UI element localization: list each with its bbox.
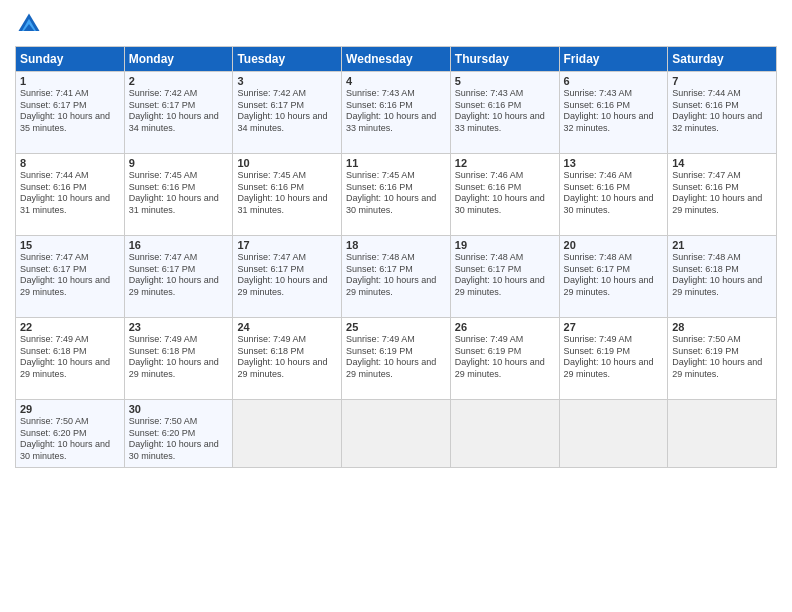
cell-info: Sunrise: 7:49 AM Sunset: 6:18 PM Dayligh… (20, 334, 120, 381)
calendar-cell: 25Sunrise: 7:49 AM Sunset: 6:19 PM Dayli… (342, 318, 451, 400)
cell-info: Sunrise: 7:48 AM Sunset: 6:18 PM Dayligh… (672, 252, 772, 299)
cell-info: Sunrise: 7:47 AM Sunset: 6:16 PM Dayligh… (672, 170, 772, 217)
header-wednesday: Wednesday (342, 47, 451, 72)
calendar-table: SundayMondayTuesdayWednesdayThursdayFrid… (15, 46, 777, 468)
week-row-4: 22Sunrise: 7:49 AM Sunset: 6:18 PM Dayli… (16, 318, 777, 400)
day-number: 23 (129, 321, 229, 333)
day-number: 12 (455, 157, 555, 169)
cell-info: Sunrise: 7:45 AM Sunset: 6:16 PM Dayligh… (129, 170, 229, 217)
cell-info: Sunrise: 7:45 AM Sunset: 6:16 PM Dayligh… (237, 170, 337, 217)
calendar-cell: 14Sunrise: 7:47 AM Sunset: 6:16 PM Dayli… (668, 154, 777, 236)
calendar-cell: 28Sunrise: 7:50 AM Sunset: 6:19 PM Dayli… (668, 318, 777, 400)
header-sunday: Sunday (16, 47, 125, 72)
calendar-cell: 9Sunrise: 7:45 AM Sunset: 6:16 PM Daylig… (124, 154, 233, 236)
cell-info: Sunrise: 7:48 AM Sunset: 6:17 PM Dayligh… (455, 252, 555, 299)
calendar-cell: 29Sunrise: 7:50 AM Sunset: 6:20 PM Dayli… (16, 400, 125, 468)
calendar-cell (342, 400, 451, 468)
day-number: 20 (564, 239, 664, 251)
cell-info: Sunrise: 7:49 AM Sunset: 6:18 PM Dayligh… (237, 334, 337, 381)
cell-info: Sunrise: 7:50 AM Sunset: 6:19 PM Dayligh… (672, 334, 772, 381)
day-number: 22 (20, 321, 120, 333)
header-saturday: Saturday (668, 47, 777, 72)
calendar-cell (233, 400, 342, 468)
day-number: 26 (455, 321, 555, 333)
day-number: 1 (20, 75, 120, 87)
cell-info: Sunrise: 7:43 AM Sunset: 6:16 PM Dayligh… (564, 88, 664, 135)
day-number: 5 (455, 75, 555, 87)
calendar-cell: 11Sunrise: 7:45 AM Sunset: 6:16 PM Dayli… (342, 154, 451, 236)
week-row-5: 29Sunrise: 7:50 AM Sunset: 6:20 PM Dayli… (16, 400, 777, 468)
calendar-cell: 5Sunrise: 7:43 AM Sunset: 6:16 PM Daylig… (450, 72, 559, 154)
day-number: 2 (129, 75, 229, 87)
day-number: 9 (129, 157, 229, 169)
day-number: 13 (564, 157, 664, 169)
week-row-1: 1Sunrise: 7:41 AM Sunset: 6:17 PM Daylig… (16, 72, 777, 154)
cell-info: Sunrise: 7:41 AM Sunset: 6:17 PM Dayligh… (20, 88, 120, 135)
calendar-cell: 13Sunrise: 7:46 AM Sunset: 6:16 PM Dayli… (559, 154, 668, 236)
calendar-page: SundayMondayTuesdayWednesdayThursdayFrid… (0, 0, 792, 612)
cell-info: Sunrise: 7:47 AM Sunset: 6:17 PM Dayligh… (237, 252, 337, 299)
header-tuesday: Tuesday (233, 47, 342, 72)
cell-info: Sunrise: 7:44 AM Sunset: 6:16 PM Dayligh… (672, 88, 772, 135)
calendar-cell: 18Sunrise: 7:48 AM Sunset: 6:17 PM Dayli… (342, 236, 451, 318)
cell-info: Sunrise: 7:50 AM Sunset: 6:20 PM Dayligh… (20, 416, 120, 463)
cell-info: Sunrise: 7:42 AM Sunset: 6:17 PM Dayligh… (237, 88, 337, 135)
day-number: 15 (20, 239, 120, 251)
header-friday: Friday (559, 47, 668, 72)
calendar-cell: 19Sunrise: 7:48 AM Sunset: 6:17 PM Dayli… (450, 236, 559, 318)
day-number: 3 (237, 75, 337, 87)
week-row-2: 8Sunrise: 7:44 AM Sunset: 6:16 PM Daylig… (16, 154, 777, 236)
calendar-cell: 8Sunrise: 7:44 AM Sunset: 6:16 PM Daylig… (16, 154, 125, 236)
calendar-cell: 4Sunrise: 7:43 AM Sunset: 6:16 PM Daylig… (342, 72, 451, 154)
day-number: 24 (237, 321, 337, 333)
day-number: 11 (346, 157, 446, 169)
cell-info: Sunrise: 7:49 AM Sunset: 6:19 PM Dayligh… (346, 334, 446, 381)
cell-info: Sunrise: 7:43 AM Sunset: 6:16 PM Dayligh… (455, 88, 555, 135)
day-number: 10 (237, 157, 337, 169)
cell-info: Sunrise: 7:49 AM Sunset: 6:19 PM Dayligh… (564, 334, 664, 381)
calendar-cell: 16Sunrise: 7:47 AM Sunset: 6:17 PM Dayli… (124, 236, 233, 318)
day-number: 16 (129, 239, 229, 251)
week-row-3: 15Sunrise: 7:47 AM Sunset: 6:17 PM Dayli… (16, 236, 777, 318)
cell-info: Sunrise: 7:43 AM Sunset: 6:16 PM Dayligh… (346, 88, 446, 135)
cell-info: Sunrise: 7:48 AM Sunset: 6:17 PM Dayligh… (564, 252, 664, 299)
calendar-cell: 12Sunrise: 7:46 AM Sunset: 6:16 PM Dayli… (450, 154, 559, 236)
page-header (15, 10, 777, 38)
day-number: 4 (346, 75, 446, 87)
header-monday: Monday (124, 47, 233, 72)
cell-info: Sunrise: 7:42 AM Sunset: 6:17 PM Dayligh… (129, 88, 229, 135)
day-number: 6 (564, 75, 664, 87)
calendar-cell: 2Sunrise: 7:42 AM Sunset: 6:17 PM Daylig… (124, 72, 233, 154)
cell-info: Sunrise: 7:48 AM Sunset: 6:17 PM Dayligh… (346, 252, 446, 299)
cell-info: Sunrise: 7:46 AM Sunset: 6:16 PM Dayligh… (455, 170, 555, 217)
calendar-cell: 10Sunrise: 7:45 AM Sunset: 6:16 PM Dayli… (233, 154, 342, 236)
calendar-cell: 23Sunrise: 7:49 AM Sunset: 6:18 PM Dayli… (124, 318, 233, 400)
day-number: 18 (346, 239, 446, 251)
day-number: 29 (20, 403, 120, 415)
calendar-cell (559, 400, 668, 468)
day-number: 19 (455, 239, 555, 251)
calendar-cell: 3Sunrise: 7:42 AM Sunset: 6:17 PM Daylig… (233, 72, 342, 154)
calendar-cell: 15Sunrise: 7:47 AM Sunset: 6:17 PM Dayli… (16, 236, 125, 318)
cell-info: Sunrise: 7:50 AM Sunset: 6:20 PM Dayligh… (129, 416, 229, 463)
day-number: 14 (672, 157, 772, 169)
calendar-cell: 27Sunrise: 7:49 AM Sunset: 6:19 PM Dayli… (559, 318, 668, 400)
cell-info: Sunrise: 7:46 AM Sunset: 6:16 PM Dayligh… (564, 170, 664, 217)
cell-info: Sunrise: 7:47 AM Sunset: 6:17 PM Dayligh… (20, 252, 120, 299)
calendar-cell (668, 400, 777, 468)
day-number: 25 (346, 321, 446, 333)
cell-info: Sunrise: 7:45 AM Sunset: 6:16 PM Dayligh… (346, 170, 446, 217)
day-number: 8 (20, 157, 120, 169)
day-number: 30 (129, 403, 229, 415)
header-row: SundayMondayTuesdayWednesdayThursdayFrid… (16, 47, 777, 72)
day-number: 21 (672, 239, 772, 251)
calendar-cell: 7Sunrise: 7:44 AM Sunset: 6:16 PM Daylig… (668, 72, 777, 154)
day-number: 28 (672, 321, 772, 333)
calendar-cell: 24Sunrise: 7:49 AM Sunset: 6:18 PM Dayli… (233, 318, 342, 400)
calendar-cell: 6Sunrise: 7:43 AM Sunset: 6:16 PM Daylig… (559, 72, 668, 154)
calendar-cell: 20Sunrise: 7:48 AM Sunset: 6:17 PM Dayli… (559, 236, 668, 318)
day-number: 7 (672, 75, 772, 87)
cell-info: Sunrise: 7:49 AM Sunset: 6:18 PM Dayligh… (129, 334, 229, 381)
logo (15, 10, 47, 38)
day-number: 17 (237, 239, 337, 251)
